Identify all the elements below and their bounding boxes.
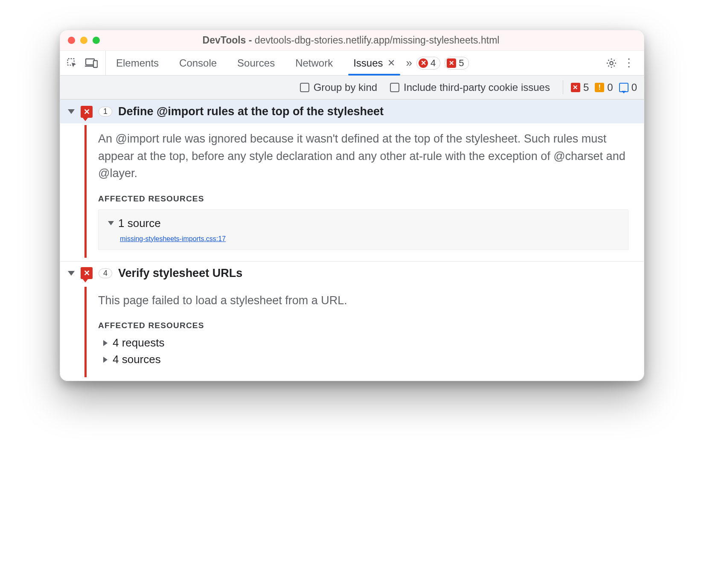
issue-title: Verify stylesheet URLs (118, 267, 242, 280)
checkbox-label: Group by kind (314, 82, 377, 93)
source-toggle-row[interactable]: 1 source (108, 217, 619, 230)
caret-down-icon (108, 221, 114, 225)
issue-count-badge[interactable]: ✕ 5 (445, 57, 468, 70)
affected-resources-box: 1 source missing-stylesheets-imports.css… (98, 210, 628, 250)
error-count-badge[interactable]: ✕ 4 (416, 57, 440, 70)
issues-list: ✕ 1 Define @import rules at the top of t… (60, 99, 644, 381)
tab-issues[interactable]: Issues ✕ (343, 51, 405, 75)
issue-item: ✕ 1 Define @import rules at the top of t… (60, 99, 644, 261)
toggle-label: 4 sources (113, 353, 161, 366)
title-host: devtools-dbg-stories.netlify.app/missing… (255, 35, 500, 46)
caret-down-icon (68, 271, 75, 276)
issue-title: Define @import rules at the top of the s… (118, 105, 384, 118)
issue-icon: ✕ (447, 58, 456, 68)
device-toolbar-icon[interactable] (85, 58, 98, 69)
tab-network[interactable]: Network (285, 51, 343, 75)
toggle-label: 4 requests (113, 336, 164, 349)
include-third-party-checkbox[interactable]: Include third-party cookie issues (390, 82, 550, 93)
error-icon: ✕ (571, 83, 580, 92)
zoom-window-button[interactable] (93, 37, 100, 44)
severity-bar (84, 125, 87, 258)
panel-tabstrip: Elements Console Sources Network Issues … (60, 51, 644, 76)
tab-label: Issues (353, 57, 383, 69)
count-value: 0 (607, 82, 613, 93)
sources-toggle-row[interactable]: 4 sources (102, 353, 628, 366)
requests-toggle-row[interactable]: 4 requests (102, 336, 628, 349)
page-error-flag-icon: ✕ (81, 267, 93, 279)
more-tabs-icon[interactable]: » (405, 56, 415, 70)
issue-body: This page failed to load a stylesheet fr… (60, 285, 644, 381)
source-toggle-label: 1 source (118, 217, 161, 230)
error-kind-count[interactable]: ✕ 5 (571, 82, 589, 93)
issue-count-pill: 4 (99, 268, 112, 278)
error-icon: ✕ (419, 58, 428, 68)
count-value: 5 (583, 82, 589, 93)
badge-count: 5 (459, 58, 464, 69)
issue-header[interactable]: ✕ 4 Verify stylesheet URLs (60, 262, 644, 285)
warning-kind-count[interactable]: ! 0 (595, 82, 613, 93)
issue-count-pill: 1 (99, 107, 112, 116)
source-link[interactable]: missing-stylesheets-imports.css:17 (120, 235, 226, 242)
close-icon[interactable]: ✕ (387, 58, 395, 69)
info-icon (619, 83, 628, 92)
settings-icon[interactable] (603, 57, 620, 69)
svg-rect-3 (93, 61, 97, 67)
tab-sources[interactable]: Sources (227, 51, 285, 75)
caret-down-icon (68, 109, 75, 114)
issue-body: An @import rule was ignored because it w… (60, 123, 644, 261)
tab-label: Sources (237, 57, 275, 69)
warning-icon: ! (595, 83, 604, 92)
title-prefix: DevTools - (203, 35, 255, 46)
badge-count: 4 (431, 58, 436, 69)
issue-header[interactable]: ✕ 1 Define @import rules at the top of t… (60, 100, 644, 123)
issue-kind-counts: ✕ 5 ! 0 0 (563, 80, 637, 94)
inspect-element-icon[interactable] (66, 57, 78, 69)
tabstrip-badges: ✕ 4 ✕ 5 (416, 57, 469, 70)
checkbox-label: Include third-party cookie issues (404, 82, 550, 93)
page-error-flag-icon: ✕ (81, 106, 93, 118)
issue-description: An @import rule was ignored because it w… (98, 130, 628, 182)
group-by-kind-checkbox[interactable]: Group by kind (300, 82, 377, 93)
tab-label: Network (295, 57, 333, 69)
affected-resources-heading: AFFECTED RESOURCES (98, 194, 628, 204)
tab-label: Console (179, 57, 217, 69)
checkbox-icon (390, 83, 399, 92)
issue-description: This page failed to load a stylesheet fr… (98, 292, 628, 309)
caret-right-icon (103, 357, 108, 363)
window-title: DevTools - devtools-dbg-stories.netlify.… (100, 35, 602, 46)
devtools-window: DevTools - devtools-dbg-stories.netlify.… (60, 30, 644, 381)
svg-point-4 (610, 61, 613, 64)
traffic-lights (68, 37, 100, 44)
tab-label: Elements (116, 57, 159, 69)
affected-resources-heading: AFFECTED RESOURCES (98, 321, 628, 330)
tab-elements[interactable]: Elements (106, 51, 169, 75)
minimize-window-button[interactable] (80, 37, 87, 44)
kebab-menu-icon[interactable]: ⋮ (620, 56, 638, 70)
info-kind-count[interactable]: 0 (619, 82, 637, 93)
window-titlebar: DevTools - devtools-dbg-stories.netlify.… (60, 30, 644, 51)
checkbox-icon (300, 83, 309, 92)
caret-right-icon (103, 340, 108, 346)
count-value: 0 (631, 82, 637, 93)
issue-item: ✕ 4 Verify stylesheet URLs This page fai… (60, 261, 644, 381)
issues-toolbar: Group by kind Include third-party cookie… (60, 76, 644, 99)
close-window-button[interactable] (68, 37, 75, 44)
severity-bar (84, 287, 87, 378)
tab-console[interactable]: Console (169, 51, 227, 75)
